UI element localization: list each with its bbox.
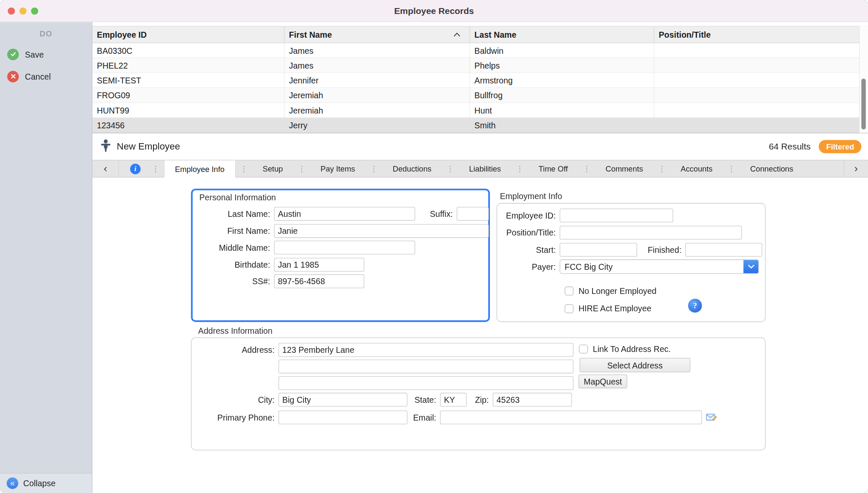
link-to-address-option: Link To Address Rec.	[579, 344, 670, 353]
employee-table: Employee ID First Name Last Name Positio…	[92, 22, 868, 133]
no-longer-employed-option: No Longer Employed	[565, 286, 657, 295]
start-date-input[interactable]	[559, 243, 637, 257]
employee-id-input[interactable]	[559, 208, 673, 222]
zoom-button[interactable]	[31, 7, 38, 14]
tab-time-off[interactable]: Time Off	[528, 161, 579, 177]
tab-menu-handle-icon[interactable]: ⋮	[654, 161, 670, 177]
no-longer-employed-checkbox[interactable]	[565, 286, 573, 295]
ssn-label: SS#:	[193, 276, 270, 285]
state-label: State:	[407, 395, 436, 404]
close-button[interactable]	[8, 7, 15, 14]
hire-act-checkbox[interactable]	[565, 304, 573, 313]
info-icon: i	[130, 163, 141, 174]
tab-menu-handle-icon[interactable]: ⋮	[365, 161, 382, 177]
tab-setup[interactable]: Setup	[252, 161, 293, 177]
tab-connections[interactable]: Connections	[740, 161, 804, 177]
sidebar-spacer	[0, 87, 92, 473]
cell-employee-id: SEMI-TEST	[92, 73, 284, 87]
state-input[interactable]	[440, 393, 467, 407]
middle-name-input[interactable]	[274, 241, 415, 255]
primary-phone-input[interactable]	[278, 410, 407, 424]
tab-menu-handle-icon[interactable]: ⋮	[293, 161, 310, 177]
tab-menu-handle-icon[interactable]: ⋮	[236, 161, 252, 177]
first-name-input[interactable]	[274, 224, 489, 238]
city-input[interactable]	[278, 393, 407, 407]
first-name-label: First Name:	[193, 226, 270, 235]
table-row[interactable]: HUNT99 Jeremiah Hunt	[92, 103, 868, 118]
mapquest-button[interactable]: MapQuest	[579, 374, 627, 388]
email-compose-icon[interactable]	[706, 412, 717, 423]
table-scrollbar[interactable]	[859, 26, 868, 133]
cell-position-title	[654, 73, 868, 87]
table-row[interactable]: FROG09 Jeremiah Bullfrog	[92, 88, 868, 103]
tab-liabilities[interactable]: Liabilities	[459, 161, 512, 177]
tab-menu-handle-icon[interactable]: ⋮	[147, 161, 164, 177]
tab-record-info[interactable]: i	[119, 161, 147, 177]
zip-label: Zip:	[467, 395, 489, 404]
cancel-button[interactable]: Cancel	[0, 65, 92, 87]
column-header-employee-id[interactable]: Employee ID	[92, 27, 284, 43]
tab-employee-info[interactable]: Employee Info	[164, 161, 236, 177]
tab-menu-handle-icon[interactable]: ⋮	[723, 161, 740, 177]
position-title-label: Position/Title:	[497, 227, 556, 237]
tabs-scroll-left-button[interactable]: ‹	[92, 161, 119, 177]
finished-label: Finished:	[637, 245, 681, 254]
zip-input[interactable]	[492, 393, 572, 407]
personal-information-group: Personal Information Last Name: Suffix: …	[191, 188, 490, 322]
tab-menu-handle-icon[interactable]: ⋮	[512, 161, 528, 177]
sort-ascending-icon	[453, 32, 461, 37]
email-input[interactable]	[440, 410, 702, 424]
birthdate-input[interactable]	[274, 258, 364, 271]
title-bar: Employee Records	[0, 0, 868, 22]
select-address-button[interactable]: Select Address	[580, 358, 690, 372]
hire-act-option: HIRE Act Employee	[565, 304, 651, 313]
employment-info-group: Employment Info Employee ID: Position/Ti…	[497, 191, 766, 322]
record-header: New Employee 64 Results Filtered	[92, 133, 868, 160]
tab-menu-handle-icon[interactable]: ⋮	[442, 161, 459, 177]
last-name-input[interactable]	[274, 207, 415, 221]
position-title-input[interactable]	[559, 225, 742, 239]
address-line1-input[interactable]	[278, 343, 573, 357]
link-to-address-checkbox[interactable]	[579, 344, 588, 353]
tab-menu-handle-icon[interactable]: ⋮	[579, 161, 595, 177]
payer-label: Payer:	[497, 262, 556, 271]
table-row[interactable]: BA0330C James Baldwin	[92, 43, 868, 58]
tab-comments[interactable]: Comments	[595, 161, 654, 177]
tab-accounts[interactable]: Accounts	[670, 161, 723, 177]
suffix-input[interactable]	[457, 207, 489, 221]
finished-date-input[interactable]	[685, 243, 762, 257]
column-header-last-name[interactable]: Last Name	[470, 27, 654, 43]
cell-employee-id: BA0330C	[92, 43, 284, 58]
tab-pay-items[interactable]: Pay Items	[310, 161, 366, 177]
payer-dropdown[interactable]: FCC Big City	[559, 260, 759, 274]
cell-position-title	[654, 88, 868, 102]
filtered-badge[interactable]: Filtered	[819, 140, 861, 153]
collapse-sidebar-button[interactable]: « Collapse	[0, 473, 92, 493]
cell-position-title	[654, 58, 868, 72]
tabs-scroll-right-button[interactable]: ›	[844, 161, 868, 177]
window-title: Employee Records	[0, 6, 868, 16]
email-label: Email:	[407, 413, 436, 422]
cell-last-name: Phelps	[470, 58, 654, 72]
table-row-selected[interactable]: 123456 Jerry Smith	[92, 118, 868, 133]
sidebar-section-header: DO	[0, 22, 92, 43]
x-circle-icon	[7, 71, 19, 82]
column-header-position-title[interactable]: Position/Title	[654, 27, 868, 43]
chevron-down-icon[interactable]	[743, 260, 758, 273]
ssn-input[interactable]	[274, 274, 364, 288]
table-scrollbar-thumb[interactable]	[861, 78, 865, 129]
column-header-first-name[interactable]: First Name	[284, 27, 470, 43]
table-row[interactable]: PHEL22 James Phelps	[92, 58, 868, 73]
table-row[interactable]: SEMI-TEST Jennifer Armstrong	[92, 73, 868, 88]
address-line2-input[interactable]	[278, 359, 573, 373]
save-button[interactable]: Save	[0, 43, 92, 65]
primary-phone-label: Primary Phone:	[192, 413, 275, 422]
hire-act-help-button[interactable]: ?	[688, 299, 702, 313]
tab-deductions[interactable]: Deductions	[382, 161, 442, 177]
screenshot-viewport: Employee Records DO Save Cancel « Collap…	[0, 0, 868, 493]
section-title-address-information: Address Information	[198, 326, 273, 335]
app-window: Employee Records DO Save Cancel « Collap…	[0, 0, 868, 493]
address-line3-input[interactable]	[278, 376, 573, 390]
section-title-personal-information: Personal Information	[199, 193, 276, 202]
minimize-button[interactable]	[19, 7, 27, 14]
